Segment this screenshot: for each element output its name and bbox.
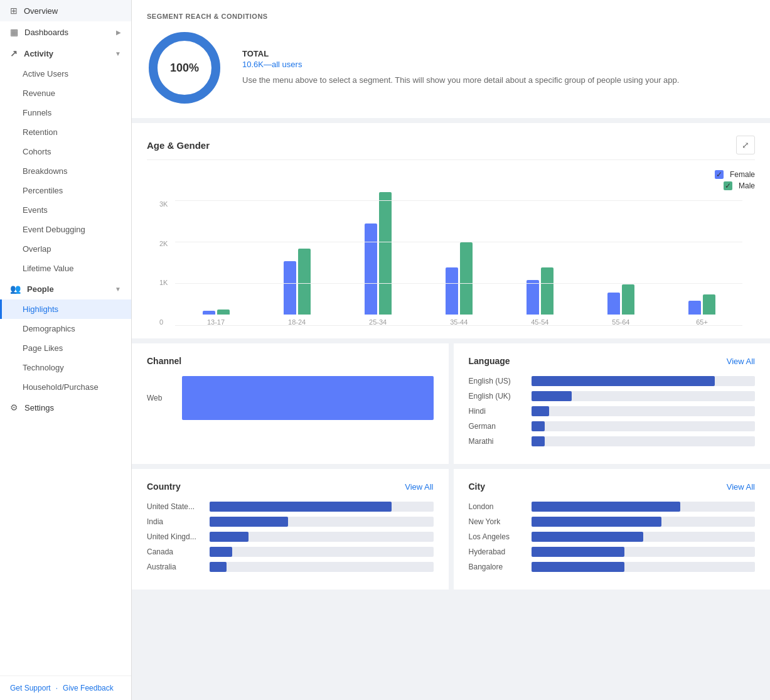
country-title: Country: [147, 482, 181, 492]
bar-group: 35-44: [419, 189, 500, 326]
data-bar-fill: [532, 436, 545, 446]
data-row: English (UK): [469, 391, 756, 401]
sidebar-item-percentiles[interactable]: Percentiles: [0, 181, 131, 200]
get-support-link[interactable]: Get Support: [10, 684, 51, 692]
sidebar-item-cohorts[interactable]: Cohorts: [0, 142, 131, 161]
sidebar-item-retention[interactable]: Retention: [0, 122, 131, 142]
data-label: Canada: [147, 547, 203, 556]
main-content: SEGMENT REACH & CONDITIONS 100% TOTAL 10…: [132, 0, 770, 700]
data-bar-bg: [532, 436, 756, 446]
bar-male: [217, 310, 230, 315]
city-card: City View All LondonNew YorkLos AngelesH…: [454, 469, 771, 590]
data-bar-fill: [532, 562, 625, 572]
y-label-2k: 2K: [159, 240, 168, 247]
country-bars: United State...IndiaUnited Kingd...Canad…: [147, 502, 434, 572]
language-card: Language View All English (US)English (U…: [454, 343, 771, 464]
data-bar-fill: [532, 376, 715, 386]
sidebar-item-dashboards[interactable]: ▦ Dashboards ▶: [0, 21, 131, 43]
data-label: Hindi: [469, 407, 525, 416]
expand-button[interactable]: ⤢: [736, 136, 755, 154]
data-row: United Kingd...: [147, 532, 434, 542]
language-title: Language: [469, 356, 510, 366]
data-bar-fill: [210, 547, 232, 557]
channel-card: Channel Web: [132, 343, 449, 464]
bar-male: [622, 284, 634, 315]
sidebar-item-page-likes[interactable]: Page Likes: [0, 338, 131, 358]
data-bar-fill: [532, 421, 545, 431]
sidebar-item-settings[interactable]: ⚙ Settings: [0, 397, 131, 418]
bar-male: [379, 192, 392, 315]
bar-female: [446, 267, 458, 315]
data-bar-fill: [210, 517, 288, 527]
data-label: India: [147, 517, 203, 526]
sidebar-item-activity[interactable]: ↗ Activity ▼: [0, 43, 131, 64]
sidebar-item-active-users[interactable]: Active Users: [0, 64, 131, 83]
age-gender-header: Age & Gender ⤢: [147, 136, 755, 154]
bar-male: [541, 267, 553, 315]
data-bar-bg: [532, 547, 756, 557]
data-row: London: [469, 502, 756, 512]
data-row: Canada: [147, 547, 434, 557]
bar-group: 55-64: [580, 189, 661, 326]
data-row: Bangalore: [469, 562, 756, 572]
data-row: German: [469, 421, 756, 431]
sidebar-item-breakdowns[interactable]: Breakdowns: [0, 161, 131, 181]
sidebar-item-lifetime-value[interactable]: Lifetime Value: [0, 259, 131, 278]
language-bars: English (US)English (UK)HindiGermanMarat…: [469, 376, 756, 446]
sidebar-item-demographics[interactable]: Demographics: [0, 319, 131, 338]
female-checkbox[interactable]: ✓: [715, 170, 724, 179]
data-label: English (UK): [469, 392, 525, 401]
sidebar-item-overview[interactable]: ⊞ Overview: [0, 0, 131, 21]
bar-female: [527, 280, 539, 315]
sidebar-item-household[interactable]: Household/Purchase: [0, 377, 131, 397]
y-label-0: 0: [159, 318, 168, 326]
data-bar-bg: [532, 502, 756, 512]
city-bars: LondonNew YorkLos AngelesHyderabadBangal…: [469, 502, 756, 572]
data-bar-bg: [210, 502, 434, 512]
chart-legend: ✓ Female ✓ Male: [715, 170, 755, 190]
segment-section: SEGMENT REACH & CONDITIONS 100% TOTAL 10…: [132, 0, 770, 118]
give-feedback-link[interactable]: Give Feedback: [63, 684, 114, 692]
sidebar-item-people[interactable]: 👥 People ▼: [0, 278, 131, 299]
bar-female: [203, 311, 215, 315]
data-row: Hindi: [469, 406, 756, 416]
country-view-all[interactable]: View All: [405, 482, 433, 492]
dashboards-icon: ▦: [10, 27, 18, 37]
sidebar-item-technology[interactable]: Technology: [0, 358, 131, 377]
data-bar-bg: [210, 547, 434, 557]
country-header: Country View All: [147, 482, 434, 492]
bar-female: [365, 223, 377, 315]
bar-group: 18-24: [257, 189, 338, 326]
data-bar-fill: [532, 391, 572, 401]
overview-icon: ⊞: [10, 6, 18, 16]
data-row: Australia: [147, 562, 434, 572]
data-bar-bg: [532, 532, 756, 542]
language-view-all[interactable]: View All: [727, 357, 755, 366]
data-label: Hyderabad: [469, 547, 525, 556]
y-label-3k: 3K: [159, 200, 168, 208]
data-row: India: [147, 517, 434, 527]
sidebar-item-funnels[interactable]: Funnels: [0, 103, 131, 122]
data-label: Australia: [147, 563, 203, 571]
sidebar-item-overlap[interactable]: Overlap: [0, 239, 131, 259]
bar-male: [460, 242, 473, 315]
bar-female: [688, 301, 701, 315]
data-bar-bg: [532, 391, 756, 401]
web-label: Web: [147, 394, 172, 402]
settings-icon: ⚙: [10, 402, 18, 412]
sidebar-item-event-debugging[interactable]: Event Debugging: [0, 220, 131, 239]
donut-percent: 100%: [170, 62, 199, 75]
sidebar-item-events[interactable]: Events: [0, 200, 131, 220]
data-bar-bg: [532, 406, 756, 416]
data-bar-fill: [532, 517, 662, 527]
sidebar-item-revenue[interactable]: Revenue: [0, 83, 131, 103]
country-card: Country View All United State...IndiaUni…: [132, 469, 449, 590]
channel-language-row: Channel Web Language View All English (U…: [132, 343, 770, 464]
data-bar-fill: [532, 547, 625, 557]
data-label: Marathi: [469, 437, 525, 446]
city-header: City View All: [469, 482, 756, 492]
web-bar: [182, 376, 434, 420]
sidebar-item-highlights[interactable]: Highlights: [0, 299, 131, 319]
legend-female-label: Female: [730, 170, 755, 179]
city-view-all[interactable]: View All: [727, 482, 755, 492]
